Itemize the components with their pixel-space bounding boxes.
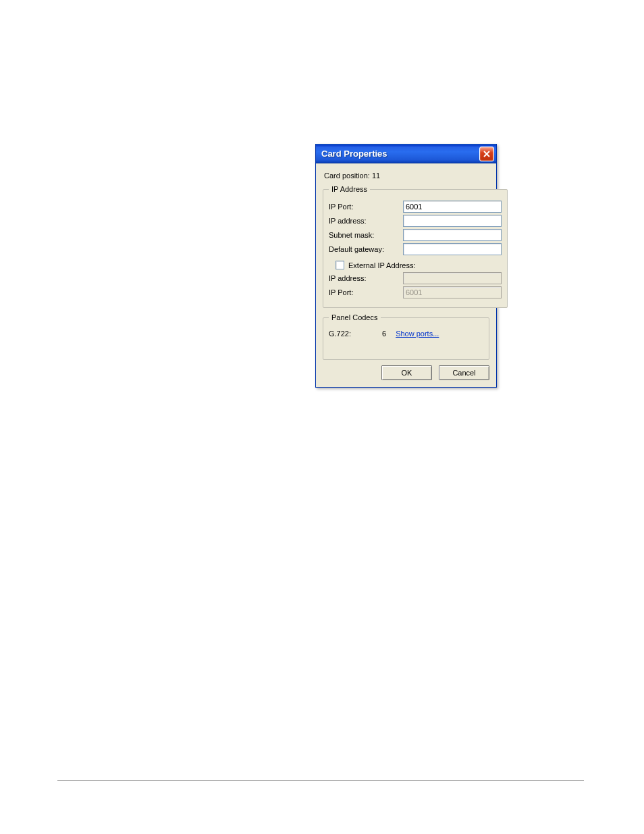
- ip-port-label: IP Port:: [329, 203, 403, 211]
- panel-codecs-legend: Panel Codecs: [329, 313, 381, 321]
- card-properties-dialog: Card Properties Card position: 11 IP Add…: [315, 144, 497, 388]
- card-position-value: 11: [372, 172, 380, 180]
- ip-address-input[interactable]: [403, 215, 502, 227]
- cancel-button[interactable]: Cancel: [439, 365, 489, 380]
- show-ports-link[interactable]: Show ports...: [396, 330, 439, 338]
- ok-button[interactable]: OK: [381, 365, 432, 380]
- close-icon: [483, 151, 490, 157]
- ip-address-group: IP Address IP Port: IP address: Subnet m…: [323, 185, 508, 308]
- external-ip-checkbox-label: External IP Address:: [348, 261, 415, 269]
- card-position-row: Card position: 11: [324, 172, 488, 180]
- subnet-mask-label: Subnet mask:: [329, 231, 403, 239]
- ext-ip-address-input: [403, 272, 502, 284]
- ip-port-input[interactable]: [403, 201, 502, 213]
- ip-address-label: IP address:: [329, 217, 403, 225]
- panel-codecs-group: Panel Codecs G.722: 6 Show ports...: [323, 313, 489, 360]
- dialog-body: Card position: 11 IP Address IP Port: IP…: [316, 163, 496, 387]
- subnet-mask-input[interactable]: [403, 229, 502, 241]
- ip-address-legend: IP Address: [329, 185, 370, 193]
- default-gateway-input[interactable]: [403, 243, 502, 255]
- ext-ip-port-label: IP Port:: [329, 288, 403, 296]
- card-position-label: Card position:: [324, 172, 370, 180]
- close-button[interactable]: [479, 147, 494, 161]
- ext-ip-port-input: [403, 286, 502, 298]
- ext-ip-address-label: IP address:: [329, 274, 403, 282]
- g722-count: 6: [382, 330, 386, 338]
- external-ip-checkbox[interactable]: [336, 261, 344, 269]
- button-row: OK Cancel: [323, 365, 489, 380]
- page-divider: [57, 780, 584, 781]
- titlebar: Card Properties: [316, 145, 496, 163]
- dialog-title: Card Properties: [321, 149, 387, 159]
- default-gateway-label: Default gateway:: [329, 245, 403, 253]
- g722-label: G.722:: [329, 330, 373, 338]
